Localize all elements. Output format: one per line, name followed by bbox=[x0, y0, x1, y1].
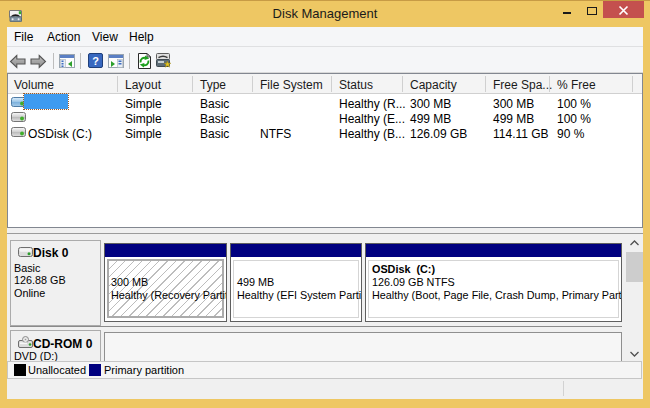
svg-text:?: ? bbox=[92, 55, 99, 67]
